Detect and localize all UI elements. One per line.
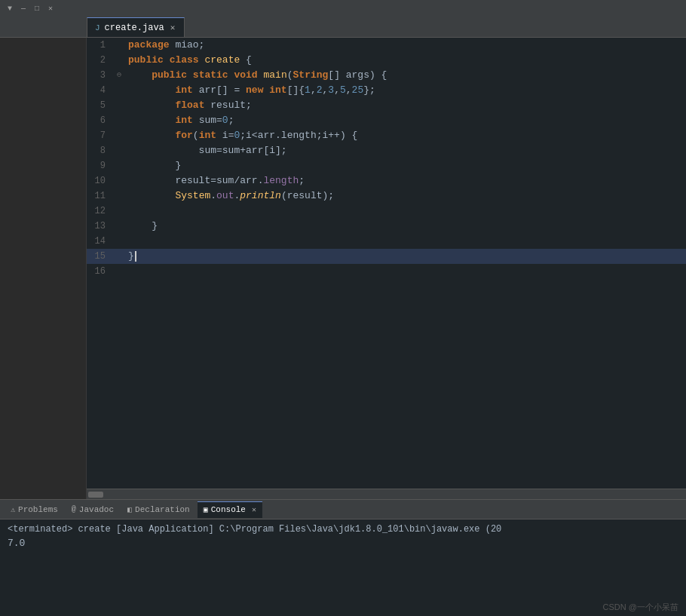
editor-scrollbar[interactable] (87, 489, 686, 499)
console-terminated-line: <terminated> create [Java Application] C… (8, 524, 678, 535)
scrollbar-thumb[interactable] (88, 492, 103, 498)
tab-close-button[interactable]: ✕ (169, 23, 177, 32)
code-line-11: 11 System.out.println(result); (87, 188, 686, 204)
tab-problems[interactable]: ⚠ Problems (5, 501, 64, 518)
console-output-area: <terminated> create [Java Application] C… (0, 519, 686, 599)
code-line-12: 12 (87, 204, 686, 219)
tab-javadoc-label: Javadoc (79, 505, 114, 514)
declaration-icon: ◧ (127, 505, 132, 514)
bottom-tab-bar: ⚠ Problems @ Javadoc ◧ Declaration ▣ Con… (0, 500, 686, 519)
code-line-16: 16 (87, 264, 686, 279)
code-line-6: 6 int sum=0; (87, 113, 686, 128)
code-area[interactable]: 1 package miao; 2 public class create { … (87, 38, 686, 489)
title-bar-maximize[interactable]: □ (32, 3, 42, 14)
title-bar: ▼ — □ ✕ (0, 0, 686, 17)
tab-javadoc[interactable]: @ Javadoc (66, 501, 120, 518)
console-icon: ▣ (204, 505, 208, 514)
code-line-9: 9 } (87, 158, 686, 173)
tab-problems-label: Problems (18, 505, 58, 514)
editor-container: 1 package miao; 2 public class create { … (0, 38, 686, 499)
code-line-3: 3 ⊖ public static void main(String[] arg… (87, 68, 686, 83)
title-bar-minimize[interactable]: — (18, 3, 29, 14)
code-line-15: 15 } (87, 249, 686, 264)
code-line-8: 8 sum=sum+arr[i]; (87, 143, 686, 158)
tab-declaration[interactable]: ◧ Declaration (121, 501, 196, 518)
java-file-icon: J (95, 23, 100, 32)
title-bar-menu[interactable]: ▼ (5, 3, 15, 14)
editor-gutter (0, 38, 87, 499)
tab-console-label: Console (211, 505, 246, 514)
code-line-2: 2 public class create { (87, 53, 686, 68)
code-line-14: 14 (87, 234, 686, 249)
code-line-7: 7 for(int i=0;i<arr.length;i++) { (87, 128, 686, 143)
code-line-4: 4 int arr[] = new int[]{1,2,3,5,25}; (87, 83, 686, 98)
console-tab-close[interactable]: ✕ (252, 505, 256, 514)
console-output-line: 7.0 (8, 538, 678, 549)
editor-tab-create-java[interactable]: J create.java ✕ (87, 17, 185, 37)
code-editor[interactable]: 1 package miao; 2 public class create { … (87, 38, 686, 499)
tab-declaration-label: Declaration (135, 505, 190, 514)
tab-console[interactable]: ▣ Console ✕ (198, 501, 262, 518)
javadoc-icon: @ (72, 505, 76, 513)
title-bar-close[interactable]: ✕ (45, 3, 56, 14)
problems-icon: ⚠ (11, 505, 15, 514)
title-bar-controls: ▼ — □ ✕ (5, 3, 56, 14)
code-line-1: 1 package miao; (87, 38, 686, 53)
tab-label: create.java (105, 23, 164, 33)
code-line-10: 10 result=sum/arr.length; (87, 173, 686, 188)
code-line-13: 13 } (87, 219, 686, 234)
watermark: CSDN @一个小呆苗 (0, 599, 686, 616)
tab-bar: J create.java ✕ (0, 17, 686, 38)
bottom-panel: ⚠ Problems @ Javadoc ◧ Declaration ▣ Con… (0, 499, 686, 616)
code-line-5: 5 float result; (87, 98, 686, 113)
